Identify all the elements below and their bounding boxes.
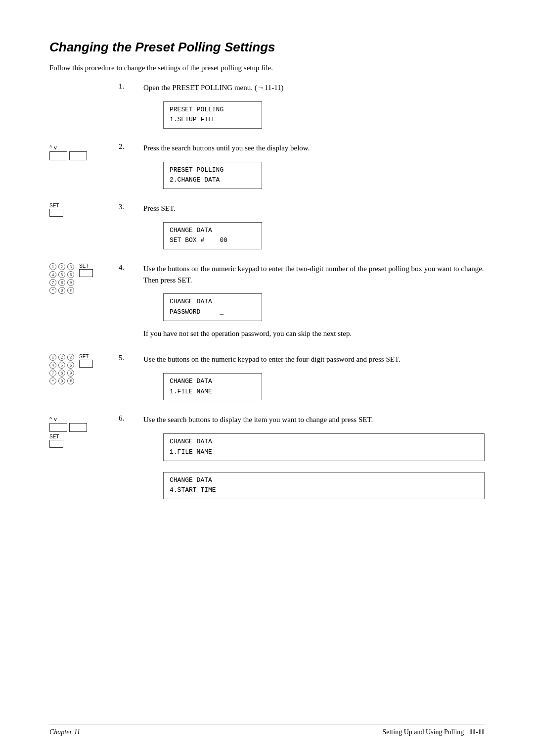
key-hash[interactable]: #: [67, 287, 74, 294]
set-button-5[interactable]: [79, 360, 93, 368]
footer-page: Setting Up and Using Polling 11-11: [382, 728, 485, 736]
step-3: SET 3. Press SET. CHANGE DATA SET BOX # …: [49, 203, 485, 252]
key-star[interactable]: *: [49, 287, 56, 294]
key-9[interactable]: 9: [67, 279, 74, 286]
step-3-main: 3. Press SET. CHANGE DATA SET BOX # 00: [119, 203, 485, 252]
arrow-buttons: ^ v: [49, 144, 57, 150]
step-2-control: ^ v: [49, 142, 109, 160]
set-label-6: SET: [49, 434, 59, 439]
step-1-text: Open the PRESET POLLING menu. (→11-11): [143, 82, 485, 94]
footer-section: Setting Up and Using Polling: [382, 728, 464, 736]
step-4-main: 4. Use the buttons on the numeric keypad…: [119, 263, 485, 343]
step-5-main: 5. Use the buttons on the numeric keypad…: [119, 354, 485, 403]
step-3-content: Press SET. CHANGE DATA SET BOX # 00: [143, 203, 485, 252]
step-4-num: 4.: [119, 263, 143, 343]
key-3[interactable]: 3: [67, 263, 74, 270]
arrow-up-label: ^: [49, 144, 52, 150]
step-5: 1 2 3 4 5 6 7 8 9 * 0 # SET: [49, 354, 485, 403]
step-6-num: 6.: [119, 414, 143, 502]
step-5-display: CHANGE DATA 1.FILE NAME: [163, 373, 262, 401]
down-button-6[interactable]: [69, 423, 87, 432]
key5-2[interactable]: 2: [58, 354, 65, 361]
key5-8[interactable]: 8: [58, 370, 65, 377]
step-3-text: Press SET.: [143, 203, 485, 214]
key5-star[interactable]: *: [49, 378, 56, 384]
arrow-buttons-6: ^ v: [49, 416, 57, 422]
step-6: ^ v SET 6. Use the search buttons to dis…: [49, 414, 485, 502]
step-5-text: Use the buttons on the numeric keypad to…: [143, 354, 485, 365]
key-8[interactable]: 8: [58, 279, 65, 286]
arrow-down-label: v: [54, 144, 57, 150]
footer-pagenum: 11-11: [469, 728, 485, 736]
step-4-content: Use the buttons on the numeric keypad to…: [143, 263, 485, 343]
step-6-text: Use the search buttons to display the it…: [143, 414, 485, 425]
step-5-content: Use the buttons on the numeric keypad to…: [143, 354, 485, 403]
page: Changing the Preset Polling Settings Fol…: [0, 0, 534, 756]
step-6-main: 6. Use the search buttons to display the…: [119, 414, 485, 502]
step-1: 1. Open the PRESET POLLING menu. (→11-11…: [49, 82, 485, 132]
step-4-text: Use the buttons on the numeric keypad to…: [143, 263, 485, 285]
step-2-content: Press the search buttons until you see t…: [143, 142, 485, 192]
step-1-display: PRESET POLLING 1.SETUP FILE: [163, 101, 262, 129]
step-1-content: Open the PRESET POLLING menu. (→11-11) P…: [143, 82, 485, 132]
footer: Chapter 11 Setting Up and Using Polling …: [49, 724, 485, 736]
key5-7[interactable]: 7: [49, 370, 56, 377]
set-button-4[interactable]: [79, 269, 93, 277]
arrow-down-label-6: v: [54, 416, 57, 422]
step-1-num: 1.: [119, 82, 143, 132]
step-4-note: If you have not set the operation passwo…: [143, 328, 485, 339]
key-2[interactable]: 2: [58, 263, 65, 270]
numpad-4: 1 2 3 4 5 6 7 8 9 * 0 #: [49, 263, 75, 294]
key5-4[interactable]: 4: [49, 362, 56, 369]
key-7[interactable]: 7: [49, 279, 56, 286]
set-control-3: SET: [49, 203, 63, 217]
key5-5[interactable]: 5: [58, 362, 65, 369]
key-4[interactable]: 4: [49, 271, 56, 278]
footer-chapter: Chapter 11: [49, 728, 80, 736]
intro-text: Follow this procedure to change the sett…: [49, 64, 485, 72]
numpad-set-4: 1 2 3 4 5 6 7 8 9 * 0 # SET: [49, 263, 93, 294]
down-button[interactable]: [69, 151, 87, 160]
step-4: 1 2 3 4 5 6 7 8 9 * 0 # SET: [49, 263, 485, 343]
set-control-6: SET: [49, 434, 63, 448]
step-3-num: 3.: [119, 203, 143, 252]
step-3-control: SET: [49, 203, 109, 217]
key-0[interactable]: 0: [58, 287, 65, 294]
up-button-6[interactable]: [49, 423, 67, 432]
step-6-control: ^ v SET: [49, 414, 109, 448]
key-1[interactable]: 1: [49, 263, 56, 270]
up-button[interactable]: [49, 151, 67, 160]
numpad-set-5: 1 2 3 4 5 6 7 8 9 * 0 # SET: [49, 354, 93, 384]
step-2-display: PRESET POLLING 2.CHANGE DATA: [163, 162, 262, 189]
key5-6[interactable]: 6: [67, 362, 74, 369]
key5-hash[interactable]: #: [67, 378, 74, 384]
step-2-text: Press the search buttons until you see t…: [143, 142, 485, 154]
set-label-5: SET: [79, 354, 89, 359]
step-4-control: 1 2 3 4 5 6 7 8 9 * 0 # SET: [49, 263, 109, 294]
key5-9[interactable]: 9: [67, 370, 74, 377]
step-1-main: 1. Open the PRESET POLLING menu. (→11-11…: [119, 82, 485, 132]
step-3-display: CHANGE DATA SET BOX # 00: [163, 222, 262, 250]
step-6-displays: CHANGE DATA 1.FILE NAME CHANGE DATA 4.ST…: [143, 430, 485, 502]
step-6-display-2: CHANGE DATA 4.START TIME: [163, 472, 485, 500]
key5-1[interactable]: 1: [49, 354, 56, 361]
key5-0[interactable]: 0: [58, 378, 65, 384]
key-6[interactable]: 6: [67, 271, 74, 278]
set-control-4: SET: [79, 263, 93, 277]
step-6-display-1: CHANGE DATA 1.FILE NAME: [163, 433, 485, 461]
set-label-3: SET: [49, 203, 59, 208]
arrow-up-label-6: ^: [49, 416, 52, 422]
key5-3[interactable]: 3: [67, 354, 74, 361]
page-title: Changing the Preset Polling Settings: [49, 40, 485, 55]
key-5[interactable]: 5: [58, 271, 65, 278]
arrow-btn-row: [49, 151, 87, 160]
step-2: ^ v 2. Press the search buttons until yo…: [49, 142, 485, 192]
set-button-6[interactable]: [49, 440, 63, 448]
step-5-control: 1 2 3 4 5 6 7 8 9 * 0 # SET: [49, 354, 109, 384]
set-control-5: SET: [79, 354, 93, 368]
step-6-content: Use the search buttons to display the it…: [143, 414, 485, 502]
arrow-btn-row-6: [49, 423, 87, 432]
step-2-num: 2.: [119, 142, 143, 192]
set-button-3[interactable]: [49, 209, 63, 217]
set-label-4: SET: [79, 263, 89, 269]
